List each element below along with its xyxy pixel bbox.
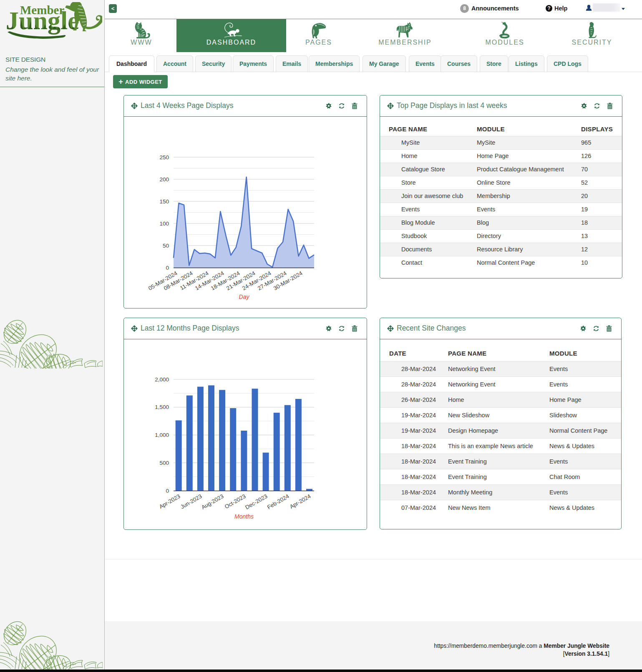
svg-text:500: 500 [159, 460, 169, 466]
svg-text:Dec-2023: Dec-2023 [244, 493, 268, 511]
svg-text:200: 200 [159, 176, 169, 183]
svg-text:1,500: 1,500 [155, 404, 169, 410]
svg-text:50: 50 [163, 243, 169, 249]
svg-text:1,000: 1,000 [155, 432, 169, 438]
svg-text:150: 150 [159, 198, 169, 205]
svg-text:Aug-2023: Aug-2023 [200, 493, 224, 511]
svg-text:Apr-2024: Apr-2024 [289, 493, 312, 510]
svg-text:Oct-2023: Oct-2023 [224, 493, 247, 510]
svg-text:0: 0 [166, 265, 169, 271]
svg-text:Jun-2023: Jun-2023 [179, 493, 203, 510]
svg-text:Months: Months [234, 513, 254, 520]
svg-text:Day: Day [239, 293, 250, 300]
svg-text:0: 0 [166, 488, 169, 494]
svg-text:100: 100 [159, 221, 169, 227]
svg-text:Apr-2023: Apr-2023 [158, 493, 181, 510]
svg-text:250: 250 [159, 154, 169, 160]
svg-text:Feb-2024: Feb-2024 [266, 493, 290, 510]
svg-text:2,000: 2,000 [155, 376, 169, 383]
